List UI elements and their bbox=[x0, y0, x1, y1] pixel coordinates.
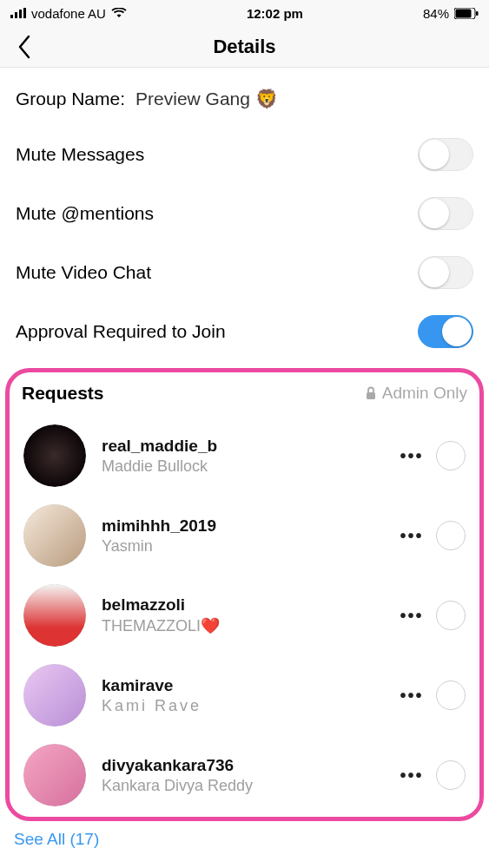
request-row[interactable]: belmazzoliTHEMAZZOLI❤️••• bbox=[15, 575, 474, 655]
mute-messages-toggle[interactable] bbox=[418, 138, 473, 171]
see-all-link[interactable]: See All (17) bbox=[0, 821, 489, 849]
mute-mentions-toggle[interactable] bbox=[418, 197, 473, 230]
svg-rect-0 bbox=[10, 15, 13, 18]
request-row[interactable]: real_maddie_bMaddie Bullock••• bbox=[15, 416, 474, 496]
request-username: mimihhh_2019 bbox=[102, 516, 396, 536]
more-button[interactable]: ••• bbox=[396, 686, 427, 706]
group-name-label: Group Name: bbox=[16, 89, 125, 109]
mute-video-row: Mute Video Chat bbox=[16, 243, 473, 302]
avatar bbox=[23, 424, 86, 487]
request-fullname: Maddie Bullock bbox=[102, 457, 396, 476]
request-username: divyakankara736 bbox=[102, 756, 396, 775]
page-title: Details bbox=[0, 36, 489, 58]
lock-icon bbox=[365, 386, 377, 400]
svg-point-12 bbox=[23, 744, 86, 806]
svg-point-9 bbox=[23, 504, 86, 567]
request-username: belmazzoli bbox=[102, 595, 396, 615]
request-username: real_maddie_b bbox=[102, 437, 396, 456]
group-name-value: Preview Gang 🦁 bbox=[135, 89, 278, 109]
back-button[interactable] bbox=[7, 26, 42, 67]
request-row[interactable]: divyakankara736Kankara Divya Reddy••• bbox=[15, 735, 474, 815]
svg-rect-1 bbox=[15, 12, 17, 18]
admin-only-label: Admin Only bbox=[365, 384, 467, 403]
avatar bbox=[23, 504, 86, 567]
request-fullname: Kankara Divya Reddy bbox=[102, 777, 396, 795]
svg-rect-3 bbox=[23, 8, 26, 18]
requests-heading: Requests bbox=[22, 383, 104, 404]
mute-messages-label: Mute Messages bbox=[16, 144, 144, 165]
approval-required-toggle[interactable] bbox=[418, 315, 473, 348]
svg-rect-5 bbox=[455, 9, 471, 17]
mute-video-toggle[interactable] bbox=[418, 256, 473, 289]
mute-mentions-label: Mute @mentions bbox=[16, 203, 154, 224]
request-fullname: THEMAZZOLI❤️ bbox=[102, 616, 396, 635]
request-fullname: Kami Rave bbox=[102, 697, 396, 715]
nav-bar: Details bbox=[0, 26, 489, 68]
select-circle[interactable] bbox=[436, 441, 466, 470]
avatar bbox=[23, 664, 86, 727]
svg-point-10 bbox=[23, 584, 86, 647]
chevron-left-icon bbox=[17, 35, 31, 59]
mute-video-label: Mute Video Chat bbox=[16, 262, 151, 283]
battery-pct-label: 84% bbox=[423, 6, 449, 21]
requests-highlight: Requests Admin Only real_maddie_bMaddie … bbox=[5, 368, 484, 821]
mute-mentions-row: Mute @mentions bbox=[16, 184, 473, 243]
select-circle[interactable] bbox=[436, 760, 466, 790]
select-circle[interactable] bbox=[436, 601, 466, 630]
battery-icon bbox=[454, 8, 479, 19]
approval-required-label: Approval Required to Join bbox=[16, 321, 226, 342]
avatar bbox=[23, 744, 86, 806]
signal-icon bbox=[10, 8, 26, 18]
request-row[interactable]: kamiraveKami Rave••• bbox=[15, 655, 474, 735]
svg-rect-6 bbox=[476, 11, 479, 16]
svg-rect-2 bbox=[19, 10, 22, 18]
svg-point-8 bbox=[23, 424, 86, 487]
group-name-row[interactable]: Group Name: Preview Gang 🦁 bbox=[16, 68, 473, 125]
request-username: kamirave bbox=[102, 676, 396, 695]
svg-rect-7 bbox=[367, 392, 375, 399]
select-circle[interactable] bbox=[436, 521, 466, 550]
select-circle[interactable] bbox=[436, 681, 466, 710]
carrier-label: vodafone AU bbox=[31, 6, 106, 21]
request-fullname: Yasmin bbox=[102, 537, 396, 556]
time-label: 12:02 pm bbox=[247, 6, 303, 21]
status-bar: vodafone AU 12:02 pm 84% bbox=[0, 0, 489, 26]
avatar bbox=[23, 584, 86, 647]
more-button[interactable]: ••• bbox=[396, 446, 427, 466]
request-row[interactable]: mimihhh_2019Yasmin••• bbox=[15, 496, 474, 575]
mute-messages-row: Mute Messages bbox=[16, 125, 473, 184]
more-button[interactable]: ••• bbox=[396, 606, 427, 626]
wifi-icon bbox=[111, 8, 127, 18]
more-button[interactable]: ••• bbox=[396, 766, 427, 786]
more-button[interactable]: ••• bbox=[396, 526, 427, 546]
svg-point-11 bbox=[23, 664, 86, 727]
approval-required-row: Approval Required to Join bbox=[16, 302, 473, 361]
